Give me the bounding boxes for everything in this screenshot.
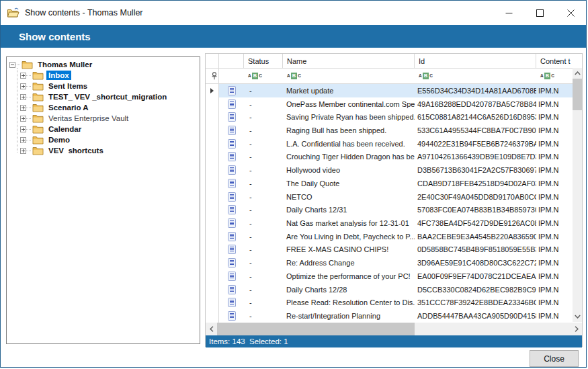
cell-name: Optimize the performance of your PC! xyxy=(283,272,415,280)
header-icon-cell[interactable] xyxy=(219,54,244,68)
message-icon xyxy=(219,179,244,188)
scroll-down-icon[interactable] xyxy=(573,311,582,322)
row-indicator-cell xyxy=(206,190,219,204)
row-indicator-cell xyxy=(206,270,219,283)
table-row[interactable]: - Saving Private Ryan has been shipped. … xyxy=(206,110,582,124)
table-row[interactable]: - L.A. Confidential has been received. 4… xyxy=(206,137,582,151)
table-row[interactable]: - Market update E556D34C34D34D14A81AAD67… xyxy=(206,84,582,97)
cell-name: FREE X-MAS CASINO CHIPS! xyxy=(283,245,415,253)
cell-id: 2E40C30F49A045DD8D9170AB0CCB6... xyxy=(415,193,536,201)
tree-items: Inbox Sent Items TEST_ VEV _shortcut_mig… xyxy=(7,70,200,156)
table-row[interactable]: - NETCO 2E40C30F49A045DD8D9170AB0CCB6...… xyxy=(206,190,582,204)
table-row[interactable]: - Re-start/Integration Planning ADDB5444… xyxy=(206,309,582,323)
cell-id: 4FC738EA4DF5427D9DE9126AC080B... xyxy=(415,219,536,227)
expand-icon[interactable] xyxy=(20,83,26,89)
tree-item-scenario-a[interactable]: Scenario A xyxy=(7,102,200,113)
cell-name: Raging Bull has been shipped. xyxy=(283,126,415,134)
table-row[interactable]: - FREE X-MAS CASINO CHIPS! 0D5858BC745B4… xyxy=(206,243,582,257)
table-row[interactable]: - Optimize the performance of your PC! E… xyxy=(206,270,582,283)
vertical-scrollbar[interactable] xyxy=(573,68,582,322)
folder-tree-panel: Thomas Muller Inbox Sent Items TEST_ VEV… xyxy=(6,56,200,344)
tree-item-test-vev-shortcut-migration[interactable]: TEST_ VEV _shortcut_migration xyxy=(7,91,200,102)
table-row[interactable]: - OnePass Member continental.com Spe... … xyxy=(206,97,582,111)
cell-name: Hollywood video xyxy=(283,166,415,174)
expand-icon[interactable] xyxy=(20,126,26,132)
header-content-type[interactable]: Content t xyxy=(536,54,582,68)
cell-status: - xyxy=(244,259,283,267)
filter-name-cell[interactable]: ABC xyxy=(283,69,415,83)
cell-status: - xyxy=(244,298,283,306)
close-window-button[interactable] xyxy=(555,1,586,25)
expand-icon[interactable] xyxy=(20,148,26,154)
filter-id-cell[interactable]: ABC xyxy=(415,69,536,83)
tree-item-demo[interactable]: Demo xyxy=(7,134,200,145)
table-row[interactable]: - Daily Charts 12/28 D5CCB330C0824D62BEC… xyxy=(206,283,582,296)
expand-icon[interactable] xyxy=(20,73,26,79)
row-indicator-cell xyxy=(206,124,219,137)
minimize-button[interactable] xyxy=(493,1,524,25)
expand-icon[interactable] xyxy=(20,116,26,122)
message-icon xyxy=(219,205,244,214)
tree-item-inbox[interactable]: Inbox xyxy=(7,70,200,81)
close-button[interactable]: Close xyxy=(530,350,579,367)
table-row[interactable]: - Please Read: Resolution Center to Dis.… xyxy=(206,296,582,310)
cell-name: L.A. Confidential has been received. xyxy=(283,140,415,148)
table-row[interactable]: - Re: Address Change 3D96AE59E91C408D80C… xyxy=(206,256,582,270)
hscroll-thumb[interactable] xyxy=(217,323,415,335)
message-icon xyxy=(219,152,244,161)
filter-status-cell[interactable]: ABC xyxy=(244,69,283,83)
row-indicator-cell xyxy=(206,296,219,310)
scroll-up-icon[interactable] xyxy=(573,68,582,79)
vscroll-thumb[interactable] xyxy=(573,79,582,110)
cell-id: 57083FC0EA074B83B1B34B85973069... xyxy=(415,206,536,214)
table-row[interactable]: - The Daily Quote CDAB9D718FEB42518D94D0… xyxy=(206,177,582,190)
filter-icon-cell[interactable] xyxy=(219,69,244,83)
cell-status: - xyxy=(244,153,283,161)
window-controls xyxy=(493,1,586,25)
table-row[interactable]: - Daily Charts 12/31 57083FC0EA074B83B1B… xyxy=(206,203,582,216)
cell-status: - xyxy=(244,166,283,174)
dialog-window: Show contents - Thomas Muller Show conte… xyxy=(0,0,587,368)
collapse-icon[interactable] xyxy=(9,62,15,68)
message-icon xyxy=(219,86,244,95)
message-icon xyxy=(219,285,244,294)
scroll-right-icon[interactable] xyxy=(571,323,582,335)
cell-name: Saving Private Ryan has been shipped. xyxy=(283,113,415,121)
table-row[interactable]: - Are You Living in Debt, Paycheck to P.… xyxy=(206,230,582,243)
folder-icon xyxy=(32,147,44,155)
tree-item-label: Demo xyxy=(46,135,72,145)
cell-status: - xyxy=(244,193,283,201)
abc-filter-icon: ABC xyxy=(287,73,301,79)
expand-icon[interactable] xyxy=(20,137,26,143)
abc-filter-icon: ABC xyxy=(540,73,554,79)
header-id[interactable]: Id xyxy=(415,54,536,68)
expand-icon[interactable] xyxy=(20,105,26,111)
header-name[interactable]: Name xyxy=(283,54,415,68)
row-indicator-cell xyxy=(206,230,219,243)
table-row[interactable]: - Hollywood video D3B56713B63041F2A2C57F… xyxy=(206,163,582,177)
table-row[interactable]: - Raging Bull has been shipped. 533C61A4… xyxy=(206,124,582,137)
tree-item-vev-shortcuts[interactable]: VEV shortcuts xyxy=(7,145,200,156)
tree-item-calendar[interactable]: Calendar xyxy=(7,124,200,134)
maximize-button[interactable] xyxy=(524,1,555,25)
expand-icon[interactable] xyxy=(20,94,26,100)
horizontal-scrollbar[interactable] xyxy=(206,323,582,335)
table-row[interactable]: - Crouching Tiger Hidden Dragon has be..… xyxy=(206,151,582,164)
tree-item-label: Thomas Muller xyxy=(36,60,94,69)
cell-id: D3B56713B63041F2A2C57F8306979F... xyxy=(415,166,536,174)
cell-name: Nat Gas market analysis for 12-31-01 xyxy=(283,219,415,227)
scroll-left-icon[interactable] xyxy=(206,323,217,335)
filter-pin-icon[interactable] xyxy=(206,69,219,83)
tree-item-root[interactable]: Thomas Muller xyxy=(7,59,200,70)
row-indicator-cell xyxy=(206,177,219,190)
cell-status: - xyxy=(244,179,283,188)
table-row[interactable]: - Nat Gas market analysis for 12-31-01 4… xyxy=(206,216,582,230)
header-status[interactable]: Status xyxy=(244,54,283,68)
window-title: Show contents - Thomas Muller xyxy=(25,8,143,17)
grid-status-bar: Items: 143 Selected: 1 xyxy=(206,335,582,347)
row-indicator-cell xyxy=(206,110,219,124)
cell-name: Re: Address Change xyxy=(283,259,415,267)
tree-item-veritas-enterprise-vault[interactable]: Veritas Enterprise Vault xyxy=(7,113,200,124)
tree-item-sent-items[interactable]: Sent Items xyxy=(7,81,200,91)
client-area: Thomas Muller Inbox Sent Items TEST_ VEV… xyxy=(1,48,586,368)
